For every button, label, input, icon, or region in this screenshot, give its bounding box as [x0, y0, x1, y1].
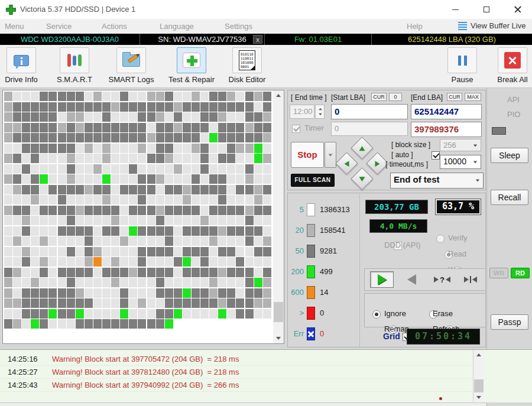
map-cell	[31, 257, 39, 267]
menu-language[interactable]: Language	[160, 22, 194, 31]
map-cell	[76, 216, 84, 225]
map-cell	[111, 144, 119, 153]
end-of-test-select[interactable]: End of test	[390, 173, 484, 189]
minimize-button[interactable]	[442, 0, 469, 19]
map-cell	[111, 236, 119, 246]
test-repair-button[interactable]: Test & Repair	[164, 47, 219, 84]
map-cell	[4, 144, 12, 153]
map-cell	[200, 133, 209, 142]
scan-jump-button[interactable]: ?	[430, 271, 454, 288]
seek-down-button[interactable]	[351, 167, 373, 190]
map-cell	[200, 123, 209, 132]
map-scrollbar[interactable]	[273, 90, 284, 343]
map-cell	[13, 195, 21, 204]
drive-model: WDC WD3200AAJB-00J3A0	[0, 34, 140, 45]
map-cell	[93, 174, 102, 184]
scroll-up-icon[interactable]	[473, 350, 484, 360]
map-cell	[13, 144, 21, 153]
menu-menu[interactable]: Menu	[5, 22, 24, 31]
seek-left-button[interactable]	[335, 152, 358, 174]
map-cell	[120, 174, 128, 184]
map-cell	[13, 154, 21, 163]
map-cell	[218, 226, 226, 236]
close-button[interactable]	[504, 0, 531, 19]
map-cell	[236, 288, 244, 298]
map-cell	[85, 133, 93, 142]
rd-button[interactable]: RD	[511, 268, 530, 278]
block-size-label: [ block size ]	[391, 141, 430, 149]
map-cell	[120, 112, 128, 122]
map-cell	[227, 195, 235, 204]
smart-button[interactable]: S.M.A.R.T	[54, 47, 95, 84]
menu-settings[interactable]: Settings	[225, 22, 252, 31]
stop-button[interactable]: Stop	[291, 142, 324, 168]
map-cell	[138, 257, 146, 267]
start-lba-zero-button[interactable]: 0	[389, 93, 402, 101]
timeout-select[interactable]: 10000	[440, 155, 481, 169]
map-cell	[4, 123, 12, 132]
sleep-button[interactable]: Sleep	[491, 148, 528, 163]
start-lba-cur-button[interactable]: CUR	[371, 93, 387, 101]
passp-button[interactable]: Passp	[491, 314, 528, 330]
map-cell	[138, 185, 146, 194]
seek-up-button[interactable]	[351, 137, 373, 159]
end-lba-cur-button[interactable]: CUR	[447, 93, 462, 101]
view-buffer-live-button[interactable]: View Buffer Live	[458, 21, 525, 30]
log-scrollbar[interactable]	[473, 350, 484, 402]
menu-help[interactable]: Help	[407, 22, 423, 31]
map-cell	[227, 247, 235, 256]
scan-to-end-button[interactable]	[459, 271, 482, 288]
maximize-button[interactable]	[473, 0, 500, 19]
map-cell	[254, 298, 262, 308]
end-lba-field[interactable]: 625142447	[411, 104, 482, 119]
map-cell	[111, 164, 119, 174]
log-scroll-thumb[interactable]	[474, 379, 484, 392]
map-cell	[263, 144, 271, 153]
map-cell	[263, 195, 271, 204]
smart-logs-button[interactable]: SMART Logs	[106, 47, 156, 84]
map-cell	[120, 185, 128, 194]
recall-button[interactable]: Recall	[491, 190, 528, 205]
scroll-down-icon[interactable]	[273, 333, 284, 343]
scroll-up-icon[interactable]	[273, 90, 284, 100]
menu-bar: View Buffer Live MenuServiceActionsLangu…	[0, 19, 532, 34]
map-cell	[174, 102, 182, 112]
end-of-test-value: End of test	[394, 174, 440, 184]
drive-info-button[interactable]: Drive Info	[2, 47, 40, 84]
map-cell	[13, 102, 21, 112]
map-cell	[129, 195, 137, 204]
map-cell	[245, 247, 254, 256]
auto-checkbox[interactable]	[432, 151, 440, 160]
menu-service[interactable]: Service	[46, 22, 72, 31]
map-cell	[40, 185, 48, 194]
map-cell	[4, 257, 12, 267]
arrow-down-icon	[359, 177, 365, 181]
action-radio-ignore[interactable]	[372, 310, 381, 319]
map-cell	[200, 298, 209, 308]
disk-editor-button[interactable]: 010110 110011 101000 0001 Disk Editor	[227, 47, 267, 84]
map-cell	[218, 268, 226, 277]
scroll-down-icon[interactable]	[473, 392, 484, 402]
break-all-button[interactable]: Break All	[494, 47, 531, 84]
map-cell	[22, 216, 30, 225]
stop-dropdown-button[interactable]	[325, 142, 336, 168]
map-cell	[48, 206, 57, 215]
map-cell	[31, 164, 39, 174]
scan-backward-button[interactable]	[400, 271, 423, 288]
map-cell	[4, 112, 12, 122]
map-cell	[40, 309, 48, 319]
start-lba-field[interactable]: 0	[331, 104, 408, 119]
pause-button[interactable]: Pause	[445, 47, 480, 84]
map-cell	[129, 102, 137, 112]
map-cell	[209, 144, 218, 153]
map-cell	[40, 288, 48, 298]
map-cell	[236, 268, 244, 277]
end-lba-max-button[interactable]: MAX	[465, 93, 481, 101]
scan-forward-button[interactable]	[370, 271, 394, 288]
menu-actions[interactable]: Actions	[102, 22, 127, 31]
map-cell	[218, 112, 226, 122]
serial-close-button[interactable]: x	[253, 35, 262, 44]
map-cell	[67, 185, 75, 194]
full-scan-button[interactable]: FULL SCAN	[291, 174, 335, 187]
map-scroll-thumb[interactable]	[274, 302, 283, 322]
